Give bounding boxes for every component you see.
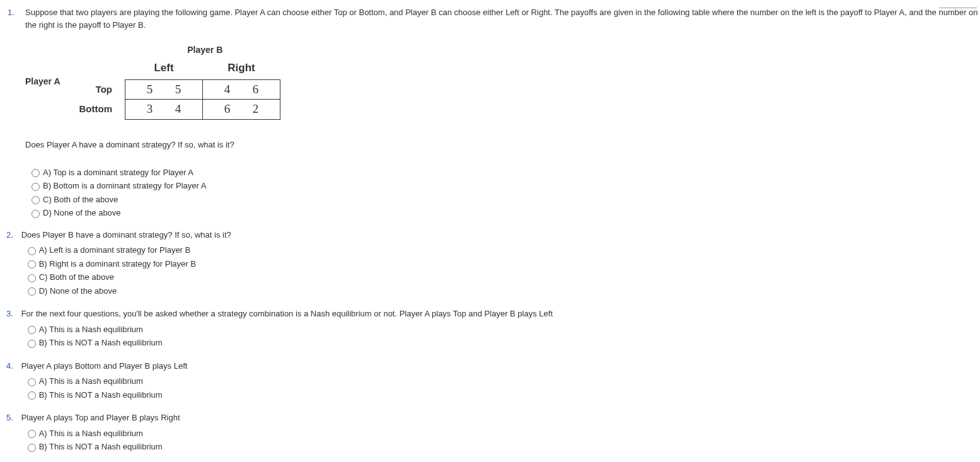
q3-option-b-label: B) This is NOT a Nash equilibrium <box>39 337 163 349</box>
q4-option-b-radio[interactable] <box>28 391 36 400</box>
q5-option-b-radio[interactable] <box>28 444 36 452</box>
payoff-b: 5 <box>175 81 182 99</box>
q4-question-text: Player A plays Bottom and Player B plays… <box>21 360 976 372</box>
question-number-2: 2. <box>6 229 19 241</box>
payoff-b: 4 <box>175 100 182 118</box>
q2-option-c-label: C) Both of the above <box>39 271 114 284</box>
q2-option-d-label: D) None of the above <box>39 285 117 297</box>
cell-top-left: 5 5 <box>125 79 203 100</box>
cell-bottom-left: 3 4 <box>125 100 203 120</box>
q4-option-b-label: B) This is NOT a Nash equilibrium <box>39 389 163 401</box>
q2-option-a-radio[interactable] <box>28 247 36 255</box>
q3-option-a-label: A) This is a Nash equilibrium <box>39 323 143 336</box>
q2-option-b-radio[interactable] <box>28 260 36 269</box>
q1-option-b-label: B) Bottom is a dominant strategy for Pla… <box>43 180 206 192</box>
q1-option-a-label: A) Top is a dominant strategy for Player… <box>43 166 193 179</box>
q2-option-b-label: B) Right is a dominant strategy for Play… <box>39 258 196 270</box>
payoff-a: 5 <box>147 81 153 99</box>
col-header-right: Right <box>203 57 280 79</box>
payoff-a: 4 <box>224 81 231 99</box>
payoff-a: 3 <box>147 100 153 118</box>
question-number-1: 1. <box>8 6 14 19</box>
q1-option-d-radio[interactable] <box>32 210 40 218</box>
q2-option-c-radio[interactable] <box>28 274 36 282</box>
payoff-b: 6 <box>253 81 259 99</box>
player-a-label: Player A <box>25 75 61 88</box>
q4-option-a-label: A) This is a Nash equilibrium <box>39 375 143 388</box>
q1-option-c-radio[interactable] <box>32 196 40 204</box>
question-number-5: 5. <box>6 412 19 424</box>
q1-option-b-radio[interactable] <box>32 183 40 191</box>
player-b-label: Player B <box>130 43 281 57</box>
q1-option-a-radio[interactable] <box>32 169 40 177</box>
q1-option-c-label: C) Both of the above <box>43 193 118 206</box>
payoff-b: 2 <box>253 100 259 118</box>
q3-question-text: For the next four questions, you'll be a… <box>21 308 976 320</box>
q4-option-a-radio[interactable] <box>28 378 36 386</box>
payoff-matrix: Player A Player B Left Right Top 5 5 <box>25 43 980 120</box>
payoff-table: Left Right Top 5 5 4 6 <box>73 57 281 120</box>
top-right-rule <box>939 8 977 8</box>
payoff-a: 6 <box>224 100 231 118</box>
q3-option-b-radio[interactable] <box>28 340 36 348</box>
q2-option-a-label: A) Left is a dominant strategy for Playe… <box>39 244 191 257</box>
question-number-3: 3. <box>6 308 19 320</box>
q1-intro: Suppose that two players are playing the… <box>25 6 980 31</box>
q1-option-d-label: D) None of the above <box>43 207 121 219</box>
cell-top-right: 4 6 <box>203 79 280 100</box>
q5-question-text: Player A plays Top and Player B plays Ri… <box>21 412 976 424</box>
q2-question-text: Does Player B have a dominant strategy? … <box>21 229 976 241</box>
q5-option-a-label: A) This is a Nash equilibrium <box>39 427 143 440</box>
q5-option-b-label: B) This is NOT a Nash equilibrium <box>39 441 163 453</box>
row-header-bottom: Bottom <box>73 100 125 120</box>
q1-question-text: Does Player A have a dominant strategy? … <box>25 139 980 151</box>
q1-intro-text: Suppose that two players are playing the… <box>25 8 978 30</box>
q2-option-d-radio[interactable] <box>28 287 36 296</box>
q3-option-a-radio[interactable] <box>28 326 36 334</box>
question-number-4: 4. <box>6 360 19 372</box>
row-header-top: Top <box>73 79 125 100</box>
q5-option-a-radio[interactable] <box>28 430 36 438</box>
col-header-left: Left <box>125 57 203 79</box>
cell-bottom-right: 6 2 <box>203 100 280 120</box>
